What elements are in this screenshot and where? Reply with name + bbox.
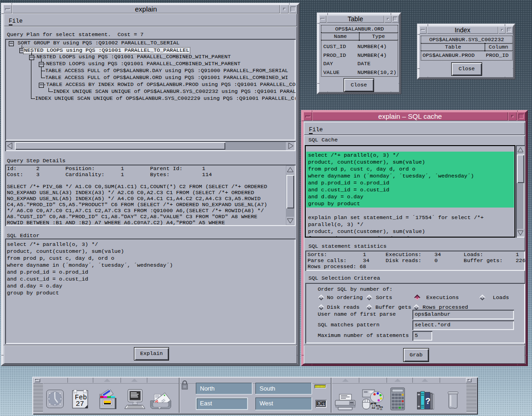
svg-text:27: 27 (76, 400, 84, 408)
svg-text:T: T (380, 406, 383, 410)
svg-text:?: ? (425, 396, 430, 406)
